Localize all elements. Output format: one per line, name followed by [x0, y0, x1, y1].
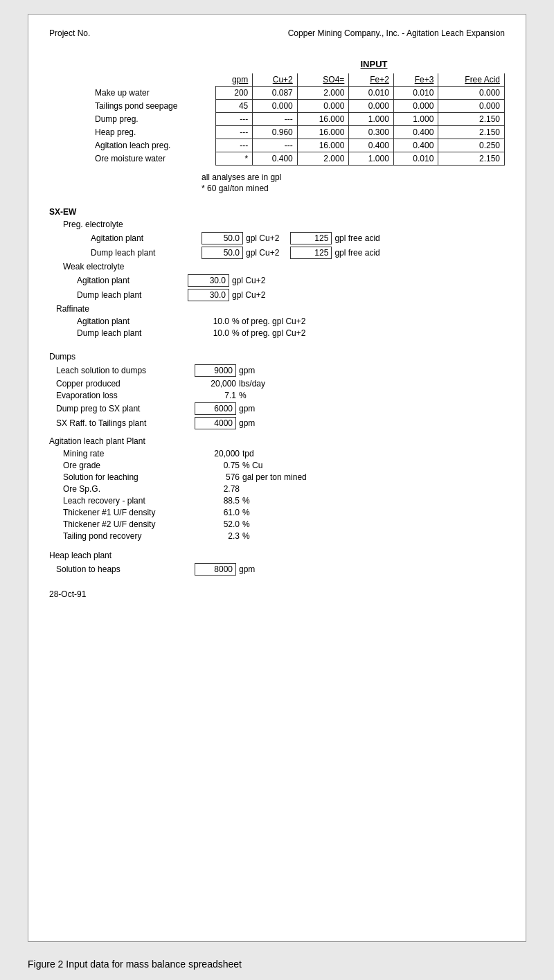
weak-dump-val[interactable]: 30.0: [188, 289, 229, 301]
thickener1-val: 61.0: [202, 508, 240, 517]
row-cu2-3: 0.960: [253, 126, 298, 139]
raff-dump-label: Dump leach plant: [77, 328, 188, 338]
row-cu2-4: ---: [253, 139, 298, 152]
row-freeacid-5: 2.150: [438, 152, 505, 166]
raff-dump-val: 10.0: [188, 328, 229, 338]
col-so4: SO4=: [297, 73, 349, 87]
ore-grade-row: Ore grade 0.75 % Cu: [49, 461, 505, 470]
dump-leach-preg-val1[interactable]: 50.0: [202, 247, 243, 259]
dump-leach-preg-val2[interactable]: 125: [290, 247, 332, 259]
leach-recovery-val: 88.5: [202, 496, 240, 506]
ore-grade-val: 0.75: [202, 461, 240, 470]
figure-caption: Figure 2 Input data for mass balance spr…: [28, 959, 526, 970]
project-no-label: Project No.: [49, 28, 90, 38]
row-fe3-4: 0.400: [393, 139, 438, 152]
row-gpm-3: ---: [215, 126, 253, 139]
ore-grade-unit: % Cu: [242, 461, 262, 470]
footnote2: * 60 gal/ton mined: [202, 184, 505, 193]
row-fe2-5: 1.000: [349, 152, 394, 166]
row-label-5: Ore moisture water: [91, 152, 215, 166]
row-freeacid-0: 0.000: [438, 87, 505, 100]
table-row: Heap preg. --- 0.960 16.000 0.300 0.400 …: [91, 126, 505, 139]
col-fe2: Fe+2: [349, 73, 394, 87]
table-row: Dump preg. --- --- 16.000 1.000 1.000 2.…: [91, 113, 505, 126]
col-fe3: Fe+3: [393, 73, 438, 87]
footnote1: all analyses are in gpl: [202, 172, 505, 182]
page-container: Project No. Copper Mining Company., Inc.…: [28, 14, 526, 942]
thickener2-label: Thickener #2 U/F density: [63, 519, 202, 529]
evaporation-unit: %: [239, 391, 247, 400]
table-row: Make up water 200 0.087 2.000 0.010 0.01…: [91, 87, 505, 100]
weak-dump-unit: gpl Cu+2: [232, 290, 265, 300]
row-cu2-2: ---: [253, 113, 298, 126]
sx-raff-unit: gpm: [239, 418, 255, 428]
ore-sp-row: Ore Sp.G. 2.78: [49, 484, 505, 494]
row-gpm-1: 45: [215, 100, 253, 113]
raff-agitation-label: Agitation plant: [77, 317, 188, 326]
weak-agitation-val[interactable]: 30.0: [188, 274, 229, 287]
table-row: Tailings pond seepage 45 0.000 0.000 0.0…: [91, 100, 505, 113]
row-freeacid-2: 2.150: [438, 113, 505, 126]
ore-grade-label: Ore grade: [63, 461, 202, 470]
input-table-area: gpm Cu+2 SO4= Fe+2 Fe+3 Free Acid Make u…: [91, 73, 505, 166]
row-gpm-4: ---: [215, 139, 253, 152]
row-label-1: Tailings pond seepage: [91, 100, 215, 113]
preg-electrolyte-label: Preg. electrolyte: [63, 220, 505, 229]
sx-raff-label: SX Raff. to Tailings plant: [56, 418, 195, 428]
solution-leaching-label: Solution for leaching: [63, 472, 202, 482]
col-gpm: gpm: [215, 73, 253, 87]
row-cu2-0: 0.087: [253, 87, 298, 100]
leach-solution-row: Leach solution to dumps 9000 gpm: [49, 364, 505, 377]
copper-produced-label: Copper produced: [56, 379, 195, 389]
row-label-3: Heap preg.: [91, 126, 215, 139]
weak-agitation-label: Agitation plant: [77, 276, 188, 285]
evaporation-val: 7.1: [195, 391, 236, 400]
leach-solution-val[interactable]: 9000: [195, 364, 236, 377]
leach-solution-label: Leach solution to dumps: [56, 366, 195, 375]
thickener1-unit: %: [242, 508, 250, 517]
weak-electrolyte-label: Weak electrolyte: [63, 262, 505, 271]
date: 28-Oct-91: [49, 589, 505, 599]
dumps-title: Dumps: [49, 352, 505, 362]
solution-leaching-val: 576: [202, 472, 240, 482]
row-label-0: Make up water: [91, 87, 215, 100]
row-so4-1: 0.000: [297, 100, 349, 113]
solution-heaps-val[interactable]: 8000: [195, 563, 236, 576]
row-fe3-0: 0.010: [393, 87, 438, 100]
row-fe2-2: 1.000: [349, 113, 394, 126]
heap-leach-title: Heap leach plant: [49, 551, 505, 560]
sx-ew-title: SX-EW: [49, 207, 505, 217]
dump-preg-unit: gpm: [239, 404, 255, 413]
dump-leach-preg-label: Dump leach plant: [91, 248, 202, 258]
mining-rate-unit: tpd: [242, 449, 254, 458]
mining-rate-row: Mining rate 20,000 tpd: [49, 449, 505, 458]
evaporation-label: Evaporation loss: [56, 391, 195, 400]
raff-dump-row: Dump leach plant 10.0 % of preg. gpl Cu+…: [49, 328, 505, 338]
ore-sp-val: 2.78: [202, 484, 240, 494]
row-cu2-5: 0.400: [253, 152, 298, 166]
mining-rate-val: 20,000: [202, 449, 240, 458]
dump-preg-row: Dump preg to SX plant 6000 gpm: [49, 402, 505, 415]
leach-recovery-unit: %: [242, 496, 250, 506]
dump-leach-preg-unit2: gpl free acid: [334, 248, 379, 258]
solution-heaps-unit: gpm: [239, 564, 255, 574]
tailing-pond-row: Tailing pond recovery 2.3 %: [49, 531, 505, 541]
agitation-preg-val1[interactable]: 50.0: [202, 232, 243, 244]
raff-dump-unit: % of preg. gpl Cu+2: [232, 328, 305, 338]
row-fe3-3: 0.400: [393, 126, 438, 139]
table-row: Agitation leach preg. --- --- 16.000 0.4…: [91, 139, 505, 152]
raff-agitation-val: 10.0: [188, 317, 229, 326]
thickener2-row: Thickener #2 U/F density 52.0 %: [49, 519, 505, 529]
raffinate-label: Raffinate: [56, 304, 505, 314]
ore-sp-label: Ore Sp.G.: [63, 484, 202, 494]
solution-leaching-row: Solution for leaching 576 gal per ton mi…: [49, 472, 505, 482]
agitation-preg-val2[interactable]: 125: [290, 232, 332, 244]
dump-preg-label: Dump preg to SX plant: [56, 404, 195, 413]
agitation-plant-section: Agitation leach plant Plant Mining rate …: [49, 436, 505, 541]
dump-preg-val[interactable]: 6000: [195, 402, 236, 415]
sx-raff-val[interactable]: 4000: [195, 417, 236, 429]
tailing-pond-unit: %: [242, 531, 250, 541]
page-title: Copper Mining Company., Inc. - Agitation…: [288, 28, 505, 38]
thickener2-val: 52.0: [202, 519, 240, 529]
row-fe3-5: 0.010: [393, 152, 438, 166]
